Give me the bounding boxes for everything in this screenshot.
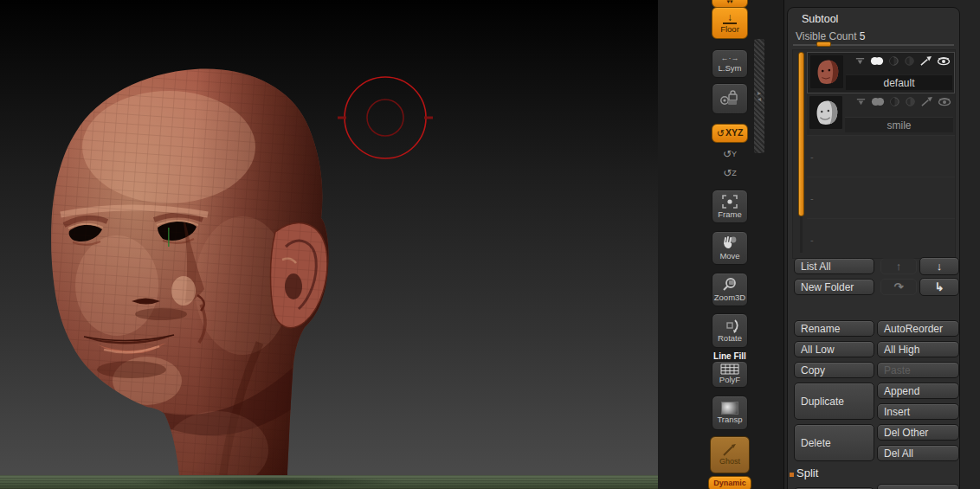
transp-icon — [721, 402, 738, 415]
zoom3d-label: Zoom3D — [714, 293, 745, 302]
subtool-empty-slot[interactable]: - — [807, 177, 955, 218]
viewport-canvas[interactable] — [0, 0, 658, 489]
subtool-item-smile[interactable]: smile — [807, 93, 955, 135]
intersect-icon[interactable] — [904, 55, 915, 67]
subtool-thumbnail-default — [810, 55, 843, 88]
paste-button[interactable]: Paste — [877, 362, 959, 378]
zoom3d-icon — [721, 277, 738, 293]
transp-button[interactable]: Transp — [712, 396, 748, 430]
right-shelf: ▾▾ ↓ Floor ←·→ L.Sym ↺ XYZ ↺ Y ↺ Z Fr — [658, 0, 783, 489]
camera-lock-icon — [719, 90, 740, 107]
visible-count-slider-handle[interactable] — [816, 42, 831, 47]
floor-label: Floor — [720, 25, 739, 34]
union-icon[interactable] — [871, 96, 885, 107]
visible-count-label: Visible Count — [796, 30, 857, 42]
intersect-icon[interactable] — [905, 96, 916, 107]
del-all-button[interactable]: Del All — [877, 445, 959, 461]
move-up-button[interactable]: ↑ — [880, 258, 917, 274]
move-down-button[interactable]: ↓ — [919, 257, 959, 275]
transp-label: Transp — [717, 415, 742, 424]
lsym-icon: ←·→ — [721, 55, 739, 63]
floor-button[interactable]: ↓ Floor — [712, 7, 748, 39]
subtract-icon[interactable] — [889, 96, 900, 107]
partial-button-right[interactable] — [877, 484, 959, 489]
lsym-button[interactable]: ←·→ L.Sym — [712, 49, 748, 78]
visibility-eye-icon[interactable] — [937, 55, 951, 67]
subtract-icon[interactable] — [888, 55, 899, 67]
new-folder-button[interactable]: New Folder — [794, 279, 874, 295]
subtool-scrollbar[interactable] — [798, 52, 804, 216]
rotate-label: Rotate — [718, 334, 742, 343]
delete-button[interactable]: Delete — [794, 424, 874, 461]
copy-button[interactable]: Copy — [794, 362, 874, 378]
ghost-button[interactable]: Ghost — [710, 436, 750, 473]
rotate-z-icon: ↺ — [723, 168, 732, 179]
up-arrow-icon: ↑ — [896, 260, 902, 273]
del-other-button[interactable]: Del Other — [877, 424, 959, 441]
append-button[interactable]: Append — [877, 383, 959, 399]
move-hand-icon — [721, 235, 738, 251]
duplicate-button[interactable]: Duplicate — [794, 383, 874, 420]
polyf-label: PolyF — [719, 376, 740, 384]
visibility-eye-icon[interactable] — [938, 96, 951, 107]
xyz-label: XYZ — [725, 128, 743, 138]
rotate-y-label: Y — [732, 151, 737, 159]
split-section-header[interactable]: Split — [796, 466, 818, 479]
branch-arrow-icon: ↳ — [935, 280, 945, 293]
ghost-icon — [721, 443, 738, 457]
polypaint-brush-icon[interactable] — [919, 55, 932, 67]
merge-down-icon[interactable] — [855, 96, 867, 107]
subtool-thumbnail-smile — [809, 96, 842, 129]
lsym-label: L.Sym — [719, 64, 742, 73]
autoreorder-button[interactable]: AutoReorder — [877, 320, 959, 337]
zoom3d-button[interactable]: Zoom3D — [712, 273, 748, 306]
subtool-item-default[interactable]: default — [807, 52, 955, 93]
subtool-empty-slot[interactable]: - — [807, 218, 955, 260]
move-to-folder-button[interactable]: ↷ — [880, 279, 917, 295]
line-fill-label: Line Fill — [703, 351, 757, 361]
dynamic-label: Dynamic — [713, 479, 746, 488]
subtool-panel-title: Subtool — [802, 13, 838, 25]
move-button[interactable]: Move — [712, 231, 748, 265]
empty-slot-dash: - — [810, 235, 814, 245]
divider-arrow-left-icon[interactable]: ◂ — [758, 96, 761, 102]
all-low-button[interactable]: All Low — [794, 341, 874, 357]
rotate-y-icon: ↺ — [723, 149, 732, 160]
dynamic-button[interactable]: Dynamic — [708, 476, 751, 489]
rotate-z-button[interactable]: ↺ Z — [715, 164, 745, 183]
insert-button[interactable]: Insert — [877, 403, 959, 420]
subtool-empty-slot[interactable]: - — [807, 135, 955, 177]
subtool-name[interactable]: smile — [845, 117, 953, 132]
rotate-button[interactable]: Rotate — [712, 313, 748, 348]
xyz-rotate-button[interactable]: ↺ XYZ — [712, 124, 748, 143]
sculpt-head-model — [0, 0, 658, 489]
move-label: Move — [719, 252, 739, 261]
empty-slot-dash: - — [810, 193, 814, 203]
frame-icon — [721, 194, 738, 209]
floor-shadow — [130, 477, 407, 487]
polyframe-grid-icon — [720, 364, 739, 375]
visible-count-value: 5 — [860, 30, 866, 42]
visible-count: Visible Count 5 — [796, 30, 866, 42]
frame-button[interactable]: Frame — [712, 190, 748, 223]
right-tray: Subtool Visible Count 5 — [783, 0, 980, 489]
rotate-z-label: Z — [732, 170, 737, 178]
all-high-button[interactable]: All High — [877, 341, 959, 357]
tray-divider-scrollbar[interactable]: ▸ ◂ — [754, 39, 764, 153]
rotate-y-button[interactable]: ↺ Y — [715, 145, 745, 164]
polyf-button[interactable]: PolyF — [712, 361, 748, 388]
rotate-icon — [721, 318, 738, 333]
frame-label: Frame — [718, 210, 741, 219]
rotate-glyph-icon: ↺ — [717, 128, 725, 138]
redo-arrow-icon: ↷ — [894, 280, 904, 293]
union-icon[interactable] — [870, 55, 884, 67]
rename-button[interactable]: Rename — [794, 320, 874, 337]
move-into-button[interactable]: ↳ — [919, 278, 959, 296]
list-all-button[interactable]: List All — [794, 258, 874, 274]
subtool-name[interactable]: default — [846, 74, 952, 90]
subtool-item-icons — [855, 96, 951, 107]
camera-lock-button[interactable] — [712, 83, 748, 114]
split-section-bullet[interactable] — [790, 473, 794, 477]
polypaint-brush-icon[interactable] — [920, 96, 933, 107]
merge-down-icon[interactable] — [854, 55, 866, 67]
